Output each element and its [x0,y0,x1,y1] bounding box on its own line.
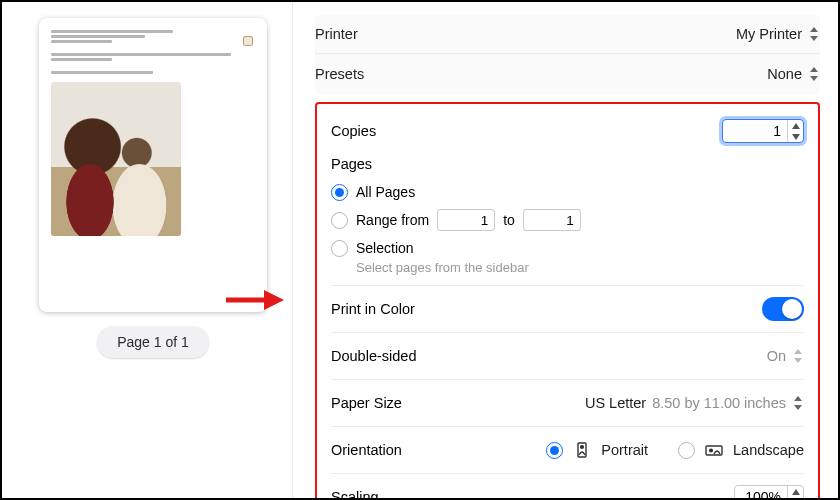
copies-section: Copies Pages [331,108,804,286]
landscape-label: Landscape [733,442,804,458]
highlighted-options: Copies Pages [315,102,820,500]
document-header-text [51,30,255,74]
landscape-radio[interactable] [678,442,695,459]
preview-pane: Page 1 of 1 [2,2,292,498]
updown-icon [808,67,820,81]
pages-selection-option[interactable]: Selection [331,234,804,262]
pages-all-label: All Pages [356,184,415,200]
printer-row[interactable]: Printer My Printer [315,14,820,54]
scaling-row: Scaling [331,474,804,500]
portrait-radio[interactable] [546,442,563,459]
svg-point-5 [710,449,713,452]
double-label: Double-sided [331,348,416,364]
svg-point-3 [581,446,584,449]
stepper-buttons[interactable] [787,486,803,500]
document-photo [51,82,181,236]
range-to-label: to [503,212,515,228]
presets-row[interactable]: Presets None [315,54,820,94]
printer-value: My Printer [736,26,802,42]
updown-icon [792,396,804,410]
copies-label: Copies [331,123,376,139]
range-label: Range from [356,212,429,228]
double-value: On [767,348,786,364]
range-from-input[interactable] [437,209,495,231]
lock-icon [243,36,253,46]
copies-input[interactable] [723,123,787,139]
pages-all-option[interactable]: All Pages [331,178,804,206]
orientation-row: Orientation Portrait Landscape [331,427,804,474]
scaling-input[interactable] [735,489,787,500]
color-label: Print in Color [331,301,415,317]
selection-hint: Select pages from the sidebar [356,260,804,275]
paper-size-row[interactable]: Paper Size US Letter 8.50 by 11.00 inche… [331,380,804,427]
paper-value: US Letter [585,395,646,411]
paper-label: Paper Size [331,395,402,411]
pages-label: Pages [331,156,804,172]
updown-icon [808,27,820,41]
paper-dims: 8.50 by 11.00 inches [652,395,786,411]
print-options-panel: Printer My Printer Presets None Copies [292,2,838,498]
scaling-label: Scaling [331,489,379,500]
radio-off-icon [331,240,348,257]
copies-stepper[interactable] [722,119,804,143]
printer-label: Printer [315,26,465,42]
double-sided-row[interactable]: Double-sided On [331,333,804,380]
range-to-input[interactable] [523,209,581,231]
page-thumbnail[interactable] [39,18,267,312]
scaling-stepper[interactable] [734,485,804,500]
presets-value: None [767,66,802,82]
color-toggle[interactable] [762,297,804,321]
radio-off-icon [331,212,348,229]
svg-marker-1 [264,290,284,310]
portrait-label: Portrait [601,442,648,458]
orientation-label: Orientation [331,442,402,458]
radio-on-icon [331,184,348,201]
print-in-color-row: Print in Color [331,286,804,333]
pages-range-option[interactable]: Range from to [331,206,804,234]
annotation-arrow-icon [224,288,284,312]
updown-icon [792,349,804,363]
landscape-icon [705,442,723,458]
stepper-buttons[interactable] [787,120,803,142]
presets-label: Presets [315,66,465,82]
selection-label: Selection [356,240,414,256]
portrait-icon [573,442,591,458]
page-indicator: Page 1 of 1 [97,326,209,358]
